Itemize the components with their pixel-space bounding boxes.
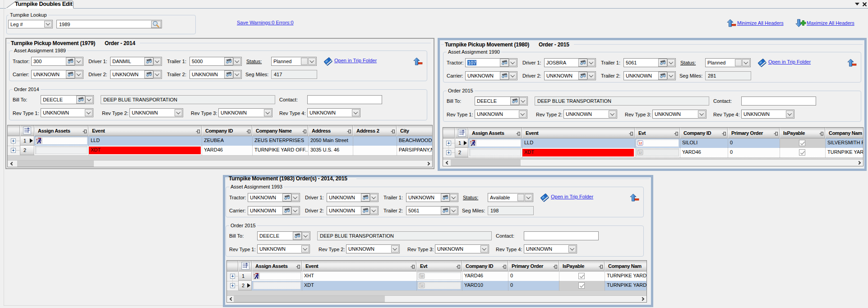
svg-text:12: 12 [638, 142, 642, 145]
svg-text:12: 12 [638, 151, 642, 154]
svg-text:12: 12 [420, 284, 424, 287]
svg-text:12: 12 [420, 275, 424, 278]
